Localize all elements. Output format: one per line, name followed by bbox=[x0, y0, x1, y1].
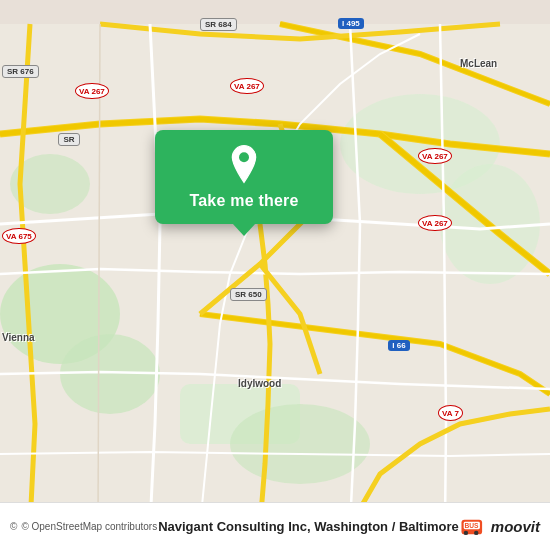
moovit-logo: BUS moovit bbox=[460, 516, 540, 538]
svg-point-6 bbox=[230, 404, 370, 484]
road-badge-sr676: SR 676 bbox=[2, 65, 39, 78]
road-badge-sr684: SR 684 bbox=[200, 18, 237, 31]
road-badge-va267d: VA 267 bbox=[418, 215, 452, 231]
town-label-idylwood: Idylwood bbox=[238, 378, 281, 389]
road-badge-va7: VA 7 bbox=[438, 405, 463, 421]
town-label-vienna: Vienna bbox=[2, 332, 35, 343]
svg-point-11 bbox=[464, 530, 468, 534]
road-badge-va675: VA 675 bbox=[2, 228, 36, 244]
copyright-symbol: © bbox=[10, 521, 17, 532]
road-badge-va267b: VA 267 bbox=[230, 78, 264, 94]
bottom-bar: © © OpenStreetMap contributors Navigant … bbox=[0, 502, 550, 550]
moovit-icon: BUS bbox=[460, 516, 488, 538]
svg-point-12 bbox=[474, 530, 478, 534]
town-label-mclean: McLean bbox=[460, 58, 497, 69]
road-badge-i495: I 495 bbox=[338, 18, 364, 29]
svg-text:BUS: BUS bbox=[464, 521, 479, 528]
location: Washington / Baltimore bbox=[314, 519, 459, 534]
attribution-text: © OpenStreetMap contributors bbox=[21, 521, 157, 532]
svg-point-8 bbox=[239, 152, 249, 162]
company-name: Navigant Consulting Inc bbox=[158, 519, 307, 534]
road-badge-i66: I 66 bbox=[388, 340, 410, 351]
road-badge-va267c: VA 267 bbox=[418, 148, 452, 164]
road-badge-sr: SR bbox=[58, 133, 80, 146]
road-badge-sr650: SR 650 bbox=[230, 288, 267, 301]
take-me-there-button[interactable]: Take me there bbox=[189, 192, 298, 210]
company-location: Navigant Consulting Inc, Washington / Ba… bbox=[157, 519, 460, 534]
map-container: SR 684 I 495 SR 676 VA 267 VA 267 SR VA … bbox=[0, 0, 550, 550]
popup-card: Take me there bbox=[155, 130, 333, 224]
location-pin-icon bbox=[224, 144, 264, 184]
moovit-brand-text: moovit bbox=[491, 518, 540, 535]
attribution: © © OpenStreetMap contributors bbox=[10, 521, 157, 532]
road-badge-va267a: VA 267 bbox=[75, 83, 109, 99]
